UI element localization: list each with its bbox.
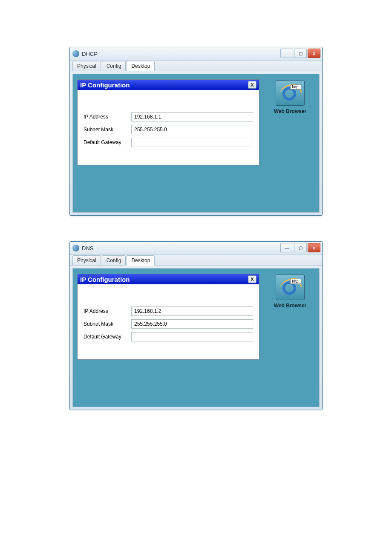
input-mask[interactable] (131, 125, 253, 134)
tab-physical[interactable]: Physical (72, 61, 101, 71)
ip-config-panel: IP Configuration X IP Address Subnet Mas… (77, 79, 259, 165)
row-gateway: Default Gateway (84, 138, 253, 147)
sidebar: http: Web Browser (265, 79, 315, 114)
tab-label: Config (107, 63, 121, 69)
maximize-icon: ▢ (299, 51, 303, 56)
browser-icon: http: (280, 84, 300, 102)
close-button[interactable]: x (308, 49, 320, 58)
window-controls: — ▢ x (280, 49, 320, 58)
browser-icon: http: (280, 278, 300, 297)
app-icon (72, 245, 79, 251)
minimize-icon: — (285, 51, 289, 56)
label-ip: IP Address (84, 308, 131, 314)
form-area: IP Address Subnet Mask Default Gateway (78, 284, 259, 359)
desktop-area: IP Configuration X IP Address Subnet Mas… (72, 268, 320, 407)
input-ip[interactable] (131, 306, 253, 316)
close-button[interactable]: x (308, 243, 320, 252)
row-mask: Subnet Mask (84, 319, 253, 329)
tab-row: Physical Config Desktop (70, 255, 322, 266)
panel-title-text: IP Configuration (80, 81, 130, 89)
input-mask[interactable] (131, 319, 253, 329)
minimize-button[interactable]: — (280, 49, 293, 58)
close-icon: X (251, 82, 254, 87)
tab-desktop[interactable]: Desktop (127, 255, 155, 266)
label-mask: Subnet Mask (84, 127, 131, 133)
panel-close-button[interactable]: X (248, 275, 257, 283)
form-area: IP Address Subnet Mask Default Gateway (78, 90, 259, 165)
panel-titlebar[interactable]: IP Configuration X (78, 274, 259, 284)
panel-titlebar[interactable]: IP Configuration X (78, 80, 259, 90)
label-gateway: Default Gateway (84, 334, 131, 340)
tab-row: Physical Config Desktop (70, 61, 322, 71)
sidebar: http: Web Browser (265, 274, 315, 309)
maximize-button[interactable]: ▢ (294, 243, 307, 252)
tab-label: Config (107, 257, 121, 263)
window-title: DNS (82, 245, 93, 251)
ip-config-panel: IP Configuration X IP Address Subnet Mas… (77, 274, 259, 360)
http-tag: http: (290, 279, 301, 284)
close-icon: x (313, 246, 315, 250)
tab-physical[interactable]: Physical (72, 255, 101, 265)
web-browser-launcher[interactable]: http: (276, 80, 305, 106)
web-browser-launcher[interactable]: http: (276, 275, 305, 300)
panel-title-text: IP Configuration (80, 276, 130, 283)
input-gateway[interactable] (131, 332, 253, 341)
web-browser-label: Web Browser (265, 108, 315, 114)
window-title: DHCP (82, 51, 98, 57)
tab-label: Physical (77, 257, 96, 263)
label-ip: IP Address (84, 114, 131, 120)
input-gateway[interactable] (131, 138, 253, 147)
row-ip: IP Address (84, 112, 253, 121)
input-ip[interactable] (131, 112, 253, 121)
row-gateway: Default Gateway (84, 332, 253, 341)
maximize-button[interactable]: ▢ (294, 49, 307, 58)
row-mask: Subnet Mask (84, 125, 253, 134)
close-icon: X (251, 277, 254, 282)
window-controls: — ▢ x (280, 243, 320, 252)
row-ip: IP Address (84, 306, 253, 316)
tab-label: Physical (77, 63, 96, 69)
titlebar[interactable]: DNS — ▢ x (70, 242, 322, 255)
tab-label: Desktop (131, 257, 150, 263)
tab-desktop[interactable]: Desktop (127, 61, 155, 71)
minimize-icon: — (285, 246, 289, 250)
tab-config[interactable]: Config (102, 61, 126, 71)
app-icon (72, 50, 79, 57)
close-icon: x (313, 51, 315, 56)
window-dns: DNS — ▢ x Physical Config Desktop IP Con… (69, 241, 323, 410)
minimize-button[interactable]: — (280, 243, 293, 252)
http-tag: http: (290, 84, 301, 90)
maximize-icon: ▢ (299, 246, 303, 250)
tab-label: Desktop (131, 63, 150, 69)
label-mask: Subnet Mask (84, 321, 131, 327)
tab-config[interactable]: Config (102, 255, 126, 265)
window-dhcp: DHCP — ▢ x Physical Config Desktop IP Co… (69, 47, 323, 216)
web-browser-label: Web Browser (265, 303, 315, 309)
label-gateway: Default Gateway (84, 139, 131, 145)
titlebar[interactable]: DHCP — ▢ x (70, 47, 322, 61)
desktop-area: IP Configuration X IP Address Subnet Mas… (72, 74, 320, 213)
panel-close-button[interactable]: X (248, 81, 257, 89)
